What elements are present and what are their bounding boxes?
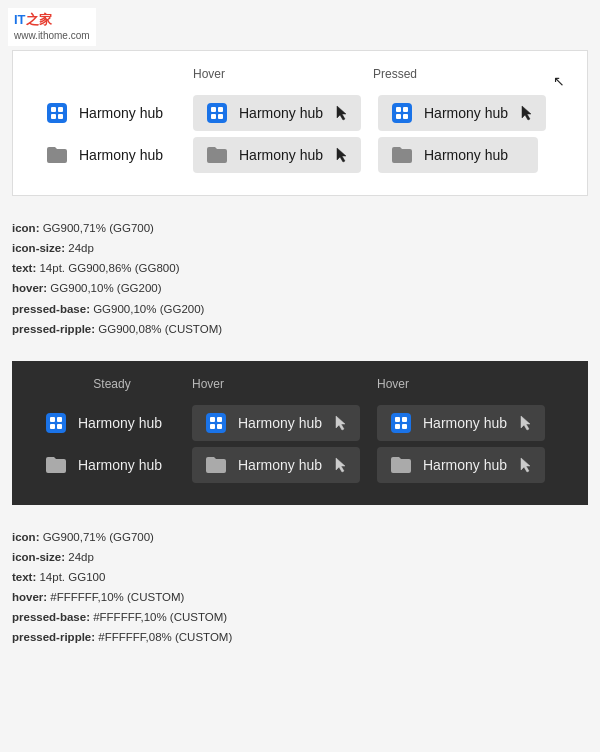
dark-folder-icon-steady: [44, 453, 68, 477]
light-app-hover-btn[interactable]: Harmony hub: [193, 95, 361, 131]
dark-header-row: Steady Hover Hover: [32, 377, 568, 391]
dark-folder-hover-btn[interactable]: Harmony hub: [192, 447, 360, 483]
dark-folder-steady-btn[interactable]: Harmony hub: [32, 447, 174, 483]
dark-hover-header: Hover: [192, 377, 377, 391]
light-app-row: Harmony hub Harmony hub: [33, 95, 567, 131]
dark-app-hover-btn[interactable]: Harmony hub: [192, 405, 360, 441]
light-folder-pressed-label: Harmony hub: [424, 147, 508, 163]
svg-rect-4: [58, 114, 63, 119]
dark-app-row: Harmony hub Harmony hub: [32, 405, 568, 441]
svg-rect-33: [402, 424, 407, 429]
dark-app-pressed-col: Harmony hub: [377, 405, 552, 441]
dark-specs: icon: GG900,71% (GG700) icon-size: 24dp …: [12, 517, 588, 658]
dark-steady-header: Steady: [32, 377, 192, 391]
dark-app-icon-steady: [44, 411, 68, 435]
dark-spec-icon: icon: GG900,71% (GG700): [12, 527, 588, 547]
light-spec-hover: hover: GG900,10% (GG200): [12, 278, 588, 298]
svg-rect-5: [207, 103, 227, 123]
svg-rect-1: [51, 107, 56, 112]
dark-pressed-header: Hover: [377, 377, 552, 391]
light-folder-row: Harmony hub Harmony hub Harmony hub: [33, 137, 567, 173]
dark-folder-steady-label: Harmony hub: [78, 457, 162, 473]
light-folder-pressed-btn[interactable]: Harmony hub: [378, 137, 538, 173]
watermark: IT之家 www.ithome.com: [8, 8, 96, 46]
cursor-folder-hover: [335, 146, 349, 164]
svg-rect-7: [218, 107, 223, 112]
svg-rect-9: [218, 114, 223, 119]
svg-rect-18: [46, 413, 66, 433]
svg-rect-19: [50, 417, 55, 422]
svg-rect-25: [217, 417, 222, 422]
light-app-steady-col: Harmony hub: [33, 95, 193, 131]
light-folder-steady-btn[interactable]: Harmony hub: [33, 137, 175, 173]
folder-icon-pressed: [390, 143, 414, 167]
light-section: ↖ Hover Pressed Harmony hub: [12, 50, 588, 196]
dark-folder-hover-label: Harmony hub: [238, 457, 322, 473]
svg-rect-15: [403, 114, 408, 119]
svg-marker-34: [521, 416, 530, 430]
svg-marker-17: [337, 148, 346, 162]
dark-spec-pressed-base: pressed-base: #FFFFFF,10% (CUSTOM): [12, 607, 588, 627]
folder-icon-steady: [45, 143, 69, 167]
svg-marker-35: [336, 458, 345, 472]
svg-rect-31: [402, 417, 407, 422]
cursor-icon-pressed: [520, 104, 534, 122]
svg-rect-26: [210, 424, 215, 429]
dark-spec-text: text: 14pt. GG100: [12, 567, 588, 587]
svg-rect-6: [211, 107, 216, 112]
watermark-it: IT: [14, 12, 26, 27]
dark-folder-icon-hover: [204, 453, 228, 477]
light-app-pressed-label: Harmony hub: [424, 105, 508, 121]
app-icon-steady: [45, 101, 69, 125]
svg-rect-8: [211, 114, 216, 119]
dark-folder-pressed-label: Harmony hub: [423, 457, 507, 473]
app-icon-hover: [205, 101, 229, 125]
light-header-row: Hover Pressed: [33, 67, 567, 81]
svg-rect-14: [396, 114, 401, 119]
light-folder-steady-col: Harmony hub: [33, 137, 193, 173]
dark-spec-pressed-ripple: pressed-ripple: #FFFFFF,08% (CUSTOM): [12, 627, 588, 647]
dark-folder-steady-col: Harmony hub: [32, 447, 192, 483]
pressed-cursor-icon: ↖: [553, 73, 565, 89]
dark-app-steady-btn[interactable]: Harmony hub: [32, 405, 174, 441]
light-folder-pressed-col: Harmony hub: [378, 137, 553, 173]
svg-rect-0: [47, 103, 67, 123]
svg-marker-16: [522, 106, 531, 120]
light-app-hover-col: Harmony hub: [193, 95, 378, 131]
app-icon-pressed: [390, 101, 414, 125]
light-spec-icon: icon: GG900,71% (GG700): [12, 218, 588, 238]
dark-cursor-folder-pressed: [519, 456, 533, 474]
dark-app-steady-label: Harmony hub: [78, 415, 162, 431]
dark-cursor-folder-hover: [334, 456, 348, 474]
light-app-pressed-btn[interactable]: Harmony hub: [378, 95, 546, 131]
dark-cursor-app-pressed: [519, 414, 533, 432]
svg-rect-29: [391, 413, 411, 433]
svg-rect-11: [392, 103, 412, 123]
svg-rect-23: [206, 413, 226, 433]
svg-marker-28: [336, 416, 345, 430]
light-folder-steady-label: Harmony hub: [79, 147, 163, 163]
svg-rect-2: [58, 107, 63, 112]
svg-rect-21: [50, 424, 55, 429]
svg-rect-13: [403, 107, 408, 112]
dark-app-pressed-label: Harmony hub: [423, 415, 507, 431]
svg-rect-30: [395, 417, 400, 422]
light-spec-text: text: 14pt. GG900,86% (GG800): [12, 258, 588, 278]
svg-rect-20: [57, 417, 62, 422]
svg-rect-3: [51, 114, 56, 119]
light-app-steady-btn[interactable]: Harmony hub: [33, 95, 175, 131]
cursor-icon-hover: [335, 104, 349, 122]
dark-app-pressed-btn[interactable]: Harmony hub: [377, 405, 545, 441]
hover-header: Hover: [193, 67, 373, 81]
light-folder-hover-btn[interactable]: Harmony hub: [193, 137, 361, 173]
dark-folder-row: Harmony hub Harmony hub Harmony hub: [32, 447, 568, 483]
dark-app-steady-col: Harmony hub: [32, 405, 192, 441]
light-folder-hover-col: Harmony hub: [193, 137, 378, 173]
svg-marker-10: [337, 106, 346, 120]
watermark-url: www.ithome.com: [14, 29, 90, 42]
watermark-title: IT之家: [14, 12, 90, 29]
dark-folder-icon-pressed: [389, 453, 413, 477]
dark-folder-pressed-btn[interactable]: Harmony hub: [377, 447, 545, 483]
light-app-pressed-col: Harmony hub: [378, 95, 553, 131]
svg-rect-32: [395, 424, 400, 429]
